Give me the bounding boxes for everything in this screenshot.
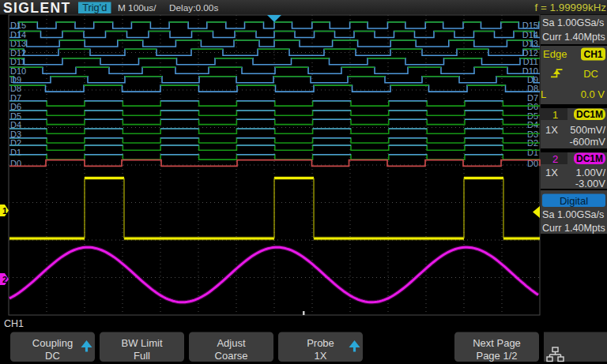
svg-text:CH1: CH1: [4, 318, 24, 329]
svg-text:Full: Full: [134, 350, 150, 362]
svg-text:Curr 1.40Mpts: Curr 1.40Mpts: [542, 32, 605, 43]
svg-text:DC1M: DC1M: [576, 153, 603, 164]
svg-text:Page 1/2: Page 1/2: [476, 350, 517, 362]
svg-text:0.0 V: 0.0 V: [581, 88, 605, 100]
svg-text:1.00V/: 1.00V/: [575, 167, 605, 178]
svg-text:M 100us/: M 100us/: [118, 2, 156, 13]
svg-text:500mV/: 500mV/: [570, 124, 605, 136]
svg-text:SIGLENT: SIGLENT: [3, 0, 71, 16]
svg-text:D2: D2: [10, 138, 21, 148]
svg-text:L: L: [541, 88, 546, 100]
svg-text:DC: DC: [45, 350, 60, 362]
svg-text:Probe: Probe: [307, 337, 334, 349]
svg-text:-3.00V: -3.00V: [575, 178, 606, 190]
svg-text:Coupling: Coupling: [32, 337, 73, 349]
svg-text:Trig'd: Trig'd: [82, 2, 107, 13]
svg-text:Sa 1.00GSa/s: Sa 1.00GSa/s: [542, 209, 604, 220]
svg-text:D3: D3: [10, 129, 21, 139]
svg-text:f = 1.99999kHz: f = 1.99999kHz: [535, 2, 607, 13]
svg-text:2: 2: [2, 275, 7, 284]
svg-text:BW Limit: BW Limit: [122, 337, 163, 349]
svg-text:-600mV: -600mV: [569, 136, 605, 148]
svg-text:CH1: CH1: [583, 49, 602, 60]
svg-text:Coarse: Coarse: [215, 350, 248, 362]
svg-text:2: 2: [552, 153, 558, 165]
svg-text:1X: 1X: [545, 167, 558, 178]
svg-text:Curr 1.40Mpts: Curr 1.40Mpts: [542, 223, 605, 234]
svg-text:1: 1: [2, 206, 7, 216]
svg-text:Edge: Edge: [543, 48, 567, 60]
svg-text:DC1M: DC1M: [576, 109, 603, 120]
svg-text:D1: D1: [10, 148, 21, 157]
svg-text:Sa 1.00GSa/s: Sa 1.00GSa/s: [542, 17, 604, 28]
svg-text:D0: D0: [10, 159, 21, 168]
svg-text:D1: D1: [527, 148, 538, 157]
svg-text:Next Page: Next Page: [473, 337, 521, 349]
svg-text:D6: D6: [527, 102, 538, 111]
svg-text:1X: 1X: [315, 350, 327, 362]
svg-text:Adjust: Adjust: [217, 337, 246, 349]
svg-text:Delay:0.00s: Delay:0.00s: [169, 2, 218, 13]
svg-text:D7: D7: [527, 93, 538, 103]
svg-text:DC: DC: [583, 68, 598, 80]
svg-text:Digital: Digital: [560, 195, 588, 207]
svg-text:1X: 1X: [545, 124, 558, 136]
svg-text:1: 1: [552, 109, 558, 121]
